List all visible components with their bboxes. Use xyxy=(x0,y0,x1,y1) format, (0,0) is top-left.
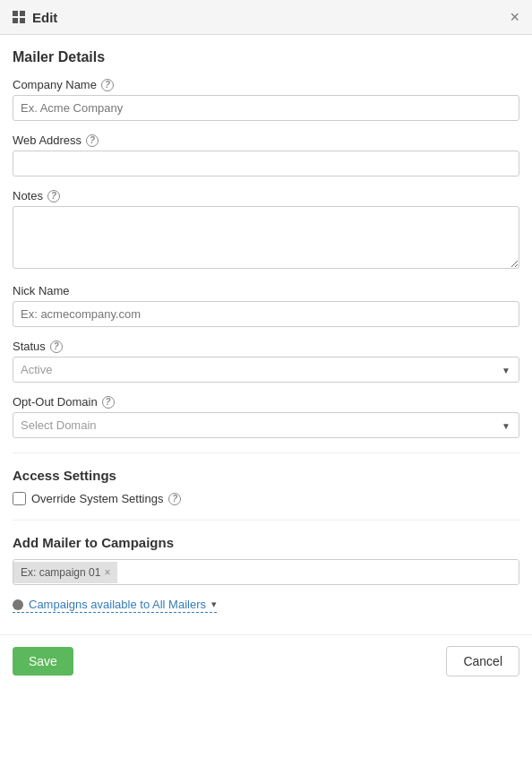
access-settings-group: Access Settings Override System Settings… xyxy=(13,468,519,505)
campaign-tag: Ex: campaign 01 × xyxy=(13,562,117,583)
company-name-group: Company Name ? Ex. Acme Company xyxy=(13,78,519,121)
opt-out-domain-label: Opt-Out Domain ? xyxy=(13,395,519,409)
override-label[interactable]: Override System Settings xyxy=(31,492,163,505)
status-label: Status ? xyxy=(13,340,519,353)
override-system-settings-row: Override System Settings ? xyxy=(13,492,519,505)
campaigns-available-icon xyxy=(13,599,23,610)
campaigns-group: Add Mailer to Campaigns Ex: campaign 01 … xyxy=(13,535,519,585)
campaign-tag-close-icon[interactable]: × xyxy=(104,566,110,579)
web-address-help-icon[interactable]: ? xyxy=(86,134,99,147)
company-name-label: Company Name ? xyxy=(13,78,519,91)
status-select[interactable]: Active Inactive xyxy=(13,357,519,383)
mailer-details-title: Mailer Details xyxy=(13,49,519,65)
status-select-wrapper: Active Inactive xyxy=(13,357,519,383)
campaign-search-input[interactable] xyxy=(117,560,519,584)
nick-name-group: Nick Name Ex: acmecompany.com xyxy=(13,284,519,327)
modal-title-text: Edit xyxy=(32,10,57,25)
access-settings-title: Access Settings xyxy=(13,468,519,483)
section-divider-2 xyxy=(13,520,519,521)
close-button[interactable]: × xyxy=(510,9,519,25)
web-address-input[interactable] xyxy=(13,151,519,177)
campaigns-title: Add Mailer to Campaigns xyxy=(13,535,519,550)
status-help-icon[interactable]: ? xyxy=(50,340,63,353)
company-name-help-icon[interactable]: ? xyxy=(101,79,114,91)
web-address-group: Web Address ? xyxy=(13,134,519,177)
opt-out-domain-select-wrapper: Select Domain xyxy=(13,412,519,438)
notes-help-icon[interactable]: ? xyxy=(47,190,60,202)
company-name-input[interactable]: Ex. Acme Company xyxy=(13,95,519,121)
notes-label: Notes ? xyxy=(13,189,519,202)
grid-icon xyxy=(13,11,25,23)
save-button[interactable]: Save xyxy=(13,647,73,676)
notes-group: Notes ? xyxy=(13,189,519,271)
section-divider-1 xyxy=(13,452,519,453)
notes-input[interactable] xyxy=(13,206,519,269)
opt-out-domain-group: Opt-Out Domain ? Select Domain xyxy=(13,395,519,438)
nick-name-label: Nick Name xyxy=(13,284,519,297)
opt-out-domain-select[interactable]: Select Domain xyxy=(13,412,519,438)
override-checkbox[interactable] xyxy=(13,492,26,505)
cancel-button[interactable]: Cancel xyxy=(446,646,519,676)
campaigns-available-row[interactable]: Campaigns available to All Mailers ▾ xyxy=(13,598,217,613)
modal-title: Edit xyxy=(13,10,57,25)
web-address-label: Web Address ? xyxy=(13,134,519,147)
campaign-tag-label: Ex: campaign 01 xyxy=(21,566,100,579)
modal-footer: Save Cancel xyxy=(0,634,532,687)
modal-header: Edit × xyxy=(0,0,532,35)
modal-body: Mailer Details Company Name ? Ex. Acme C… xyxy=(0,35,532,627)
status-group: Status ? Active Inactive xyxy=(13,340,519,383)
chevron-down-icon: ▾ xyxy=(211,599,217,610)
campaigns-available-label: Campaigns available to All Mailers xyxy=(29,598,206,611)
nick-name-input[interactable]: Ex: acmecompany.com xyxy=(13,301,519,327)
campaign-input-row: Ex: campaign 01 × xyxy=(13,559,519,585)
opt-out-domain-help-icon[interactable]: ? xyxy=(102,396,115,409)
override-help-icon[interactable]: ? xyxy=(168,493,181,505)
